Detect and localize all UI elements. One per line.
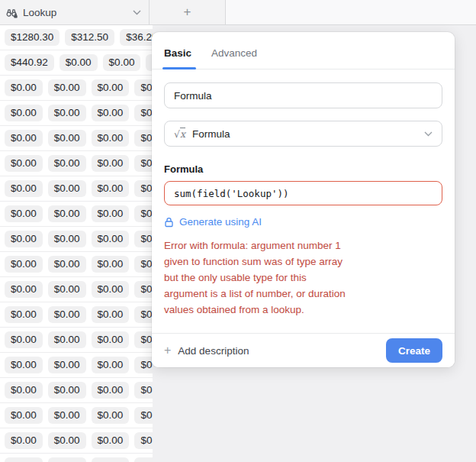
cell-pill[interactable]: $0.00 xyxy=(5,281,43,298)
cell-pill[interactable]: $0.00 xyxy=(134,407,153,424)
table-row: $0.00$0.00$0.00$0.00 xyxy=(0,252,153,277)
column-header-lookup[interactable]: Lookup xyxy=(0,0,150,25)
generate-ai-link[interactable]: Generate using AI xyxy=(164,216,262,228)
cell-pill[interactable]: $0.00 xyxy=(5,331,43,348)
table-row: $0.00$0.00$0.00$0.00 xyxy=(0,202,153,227)
cell-pill[interactable]: $0.00 xyxy=(5,432,43,449)
generate-ai-label: Generate using AI xyxy=(179,216,262,228)
cell-pill[interactable]: $0.00 xyxy=(48,155,86,172)
cell-pill[interactable]: $0.00 xyxy=(5,457,43,462)
cell-pill[interactable]: $0.00 xyxy=(5,306,43,323)
cell-pill[interactable]: $0.00 xyxy=(48,281,86,298)
cell-pill[interactable]: $0.00 xyxy=(134,306,153,323)
cell-pill[interactable]: $0.00 xyxy=(134,331,153,348)
cell-pill[interactable]: $0.00 xyxy=(48,105,86,121)
cell-pill[interactable]: $0.00 xyxy=(92,357,130,373)
cell-pill[interactable]: $0.00 xyxy=(48,382,86,399)
cell-pill[interactable]: $0.00 xyxy=(134,357,153,373)
cell-pill[interactable]: $0.00 xyxy=(134,231,153,247)
cell-pill[interactable]: $0.00 xyxy=(48,407,86,424)
error-line: given to function sum was of type array xyxy=(164,254,442,270)
tab-basic[interactable]: Basic xyxy=(164,47,191,69)
cell-pill[interactable]: $0.00 xyxy=(48,79,86,96)
chevron-down-icon[interactable] xyxy=(133,10,141,15)
cell-pill[interactable]: $0.00 xyxy=(48,306,86,323)
cell-pill[interactable]: $0.00 xyxy=(48,432,86,449)
cell-pill[interactable]: $0.00 xyxy=(92,180,130,197)
cell-pill[interactable]: $0.00 xyxy=(5,231,43,247)
cell-pill[interactable]: $0.00 xyxy=(5,407,43,424)
cell-pill[interactable]: $0.00 xyxy=(5,130,43,147)
chevron-down-icon xyxy=(424,131,433,137)
table-row: $0.00$0.00$0.00$0.00 xyxy=(0,353,153,378)
cell-pill[interactable]: $0.00 xyxy=(92,155,130,172)
cell-pill[interactable]: $36.25 xyxy=(120,29,153,46)
cell-pill[interactable]: $0.00 xyxy=(134,105,153,121)
cell-pill[interactable]: $0.00 xyxy=(134,180,153,197)
cell-pill[interactable]: $0.00 xyxy=(134,256,153,273)
cell-pill[interactable]: $0.00 xyxy=(60,54,98,71)
column-header-label: Lookup xyxy=(23,7,128,18)
cell-pill[interactable]: $0.00 xyxy=(134,457,153,462)
cell-pill[interactable]: $0.00 xyxy=(48,205,86,222)
table-row: $0.00$0.00$0.00$0.00 xyxy=(0,76,153,101)
cell-pill[interactable]: $0.00 xyxy=(48,331,86,348)
cell-pill[interactable]: $0.00 xyxy=(92,105,130,121)
cell-pill[interactable]: $0.00 xyxy=(5,256,43,273)
cell-pill[interactable]: $0.00 xyxy=(92,382,130,399)
table-row: $0.00$0.00$0.00$0.00 xyxy=(0,176,153,202)
cell-pill[interactable]: $0.00 xyxy=(5,382,43,399)
cell-pill[interactable]: $0.00 xyxy=(92,432,130,449)
table-row: $0.00$0.00$0.00$0.00 xyxy=(0,403,153,428)
cell-pill[interactable]: $0.00 xyxy=(48,130,86,147)
table-row: $0.00$0.00$0.00$0.00 xyxy=(0,454,153,462)
cell-pill[interactable]: $0.00 xyxy=(134,382,153,399)
cell-pill[interactable]: $1280.30 xyxy=(5,29,60,46)
formula-input[interactable] xyxy=(164,181,442,205)
cell-pill[interactable]: $0.00 xyxy=(92,281,130,298)
field-type-select[interactable]: √x Formula xyxy=(164,121,442,147)
cell-pill[interactable]: $440.92 xyxy=(5,54,54,71)
create-button[interactable]: Create xyxy=(386,338,442,363)
cell-pill[interactable]: $0.00 xyxy=(92,79,130,96)
add-description-button[interactable]: + Add description xyxy=(164,344,249,357)
cell-pill[interactable]: $0.00 xyxy=(92,457,130,462)
cell-pill[interactable]: $0.00 xyxy=(103,54,141,71)
cell-pill[interactable]: $312.50 xyxy=(65,29,114,46)
cell-pill[interactable]: $0.00 xyxy=(48,357,86,373)
cell-pill[interactable]: $0.00 xyxy=(48,256,86,273)
cell-pill[interactable]: $0.00 xyxy=(134,79,153,96)
field-edit-dialog: BasicAdvanced √x Formula Formula Generat… xyxy=(152,32,455,367)
header-strip-filler xyxy=(226,0,476,25)
tab-advanced[interactable]: Advanced xyxy=(211,47,257,69)
error-line: argument is a list of number, or duratio… xyxy=(164,286,442,302)
formula-label: Formula xyxy=(164,163,442,175)
cell-pill[interactable]: $0.00 xyxy=(5,357,43,373)
cell-pill[interactable]: $0.00 xyxy=(134,281,153,298)
cell-pill[interactable]: $0.00 xyxy=(48,180,86,197)
cell-pill[interactable]: $0.00 xyxy=(134,205,153,222)
cell-pill[interactable]: $0.00 xyxy=(5,105,43,121)
cell-pill[interactable]: $0.00 xyxy=(134,130,153,147)
cell-pill[interactable]: $0.00 xyxy=(48,457,86,462)
sqrt-x-icon: √x xyxy=(174,128,185,140)
dialog-footer: + Add description Create xyxy=(152,333,455,367)
cell-pill[interactable]: $0.00 xyxy=(5,155,43,172)
cell-pill[interactable]: $0.00 xyxy=(92,407,130,424)
cell-pill[interactable]: $0.00 xyxy=(5,79,43,96)
cell-pill[interactable]: $0.00 xyxy=(92,306,130,323)
cell-pill[interactable]: $0.00 xyxy=(92,256,130,273)
cell-pill[interactable]: $0.00 xyxy=(134,155,153,172)
plus-icon: + xyxy=(184,5,191,20)
cell-pill[interactable]: $0.00 xyxy=(5,180,43,197)
cell-pill[interactable]: $0.00 xyxy=(92,130,130,147)
cell-pill[interactable]: $0.00 xyxy=(92,205,130,222)
cell-pill[interactable]: $0.00 xyxy=(92,231,130,247)
field-name-input[interactable] xyxy=(164,82,442,108)
add-column-button[interactable]: + xyxy=(150,0,226,25)
cell-pill[interactable]: $0.00 xyxy=(92,331,130,348)
cell-pill[interactable]: $0.00 xyxy=(5,205,43,222)
cell-pill[interactable]: $0.00 xyxy=(134,432,153,449)
table-row: $0.00$0.00$0.00$0.00 xyxy=(0,227,153,252)
cell-pill[interactable]: $0.00 xyxy=(48,231,86,247)
